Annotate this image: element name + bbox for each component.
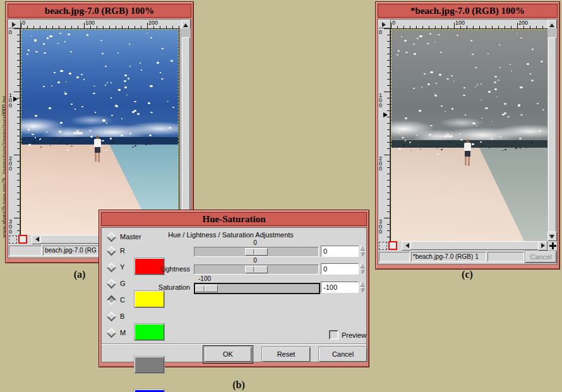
ruler-label: 100	[379, 93, 384, 108]
saturation-entry[interactable]: -100	[321, 282, 359, 293]
channel-r[interactable]: R	[107, 243, 144, 258]
window-c-statusbar: *beach.jpg-7.0 (RGB) 1 Cancel	[378, 250, 557, 264]
selection-tool-icon[interactable]	[9, 235, 17, 244]
hue-saturation-dialog: Hue-Saturation Hue / Lightness / Saturat…	[99, 210, 369, 367]
window-a-menu-button[interactable]	[8, 20, 21, 28]
ruler-label: 200	[148, 20, 158, 26]
window-c-menu-button[interactable]	[378, 20, 391, 28]
window-a-vertical-ruler: 0 100 200 300	[8, 28, 20, 235]
ruler-ticks	[384, 28, 390, 241]
lightness-slider-thumb[interactable]	[245, 266, 268, 273]
quickmask-icon[interactable]	[18, 235, 27, 244]
channel-label: B	[120, 312, 144, 320]
caption-a: (a)	[61, 269, 99, 280]
radio-icon[interactable]	[107, 246, 117, 256]
selection-tool-icon[interactable]	[379, 242, 387, 250]
channel-g[interactable]: G	[107, 276, 144, 291]
pan-navigation-icon[interactable]	[549, 242, 556, 249]
preview-option[interactable]: Preview	[329, 330, 366, 340]
vscroll-down-button[interactable]	[547, 232, 557, 241]
radio-icon[interactable]	[107, 328, 117, 338]
channel-m[interactable]: M	[107, 325, 144, 340]
saturation-spinner[interactable]: ▲▼	[360, 281, 368, 294]
lightness-slider-track[interactable]	[194, 264, 319, 275]
ok-button[interactable]: OK	[205, 347, 251, 362]
menu-triangle-icon	[382, 22, 388, 27]
ruler-label: 0	[379, 30, 384, 35]
color-swatch-blue	[135, 389, 164, 392]
reset-button[interactable]: Reset	[262, 347, 310, 362]
hscroll-right-button[interactable]	[538, 241, 547, 251]
left-arrow-icon	[403, 243, 409, 248]
radio-icon[interactable]	[107, 311, 117, 321]
status-cancel-button[interactable]: Cancel	[525, 251, 556, 263]
window-c-horizontal-ruler: 0 100 200	[391, 20, 547, 29]
ruler-label: 0	[9, 30, 14, 35]
ruler-label: 100	[85, 20, 95, 26]
vscroll-thumb[interactable]	[548, 37, 556, 232]
lightness-entry[interactable]: 0	[321, 263, 359, 275]
hue-slider-track[interactable]	[194, 247, 319, 257]
dialog-titlebar[interactable]: Hue-Saturation	[101, 212, 367, 226]
channel-b[interactable]: B	[107, 309, 144, 324]
ruler-label: 300	[9, 219, 14, 234]
channel-master[interactable]: Master	[107, 229, 144, 244]
radio-icon[interactable]	[107, 295, 117, 305]
ruler-label: 200	[518, 20, 528, 26]
channel-label: Master	[120, 233, 144, 241]
quickmask-icon[interactable]	[388, 241, 397, 250]
channel-y[interactable]: Y	[107, 259, 144, 275]
saturation-slider-thumb[interactable]	[195, 285, 218, 292]
slider-label: Lightness	[140, 265, 190, 273]
window-a-title: beach.jpg-7.0 (RGB) 100%	[45, 6, 154, 16]
slider-value-label: 0	[253, 239, 257, 246]
ok-button-focus-frame: OK	[203, 345, 253, 364]
window-c-canvas[interactable]	[390, 28, 547, 241]
ruler-label: 300	[379, 219, 384, 234]
caption-b: (b)	[220, 379, 258, 391]
hscroll-left-button[interactable]	[402, 241, 411, 251]
cancel-button[interactable]: Cancel	[319, 347, 367, 362]
down-arrow-icon	[549, 235, 554, 241]
radio-icon[interactable]	[107, 278, 117, 288]
up-arrow-icon	[549, 21, 554, 27]
status-title-field: *beach.jpg-7.0 (RGB) 1	[411, 252, 486, 262]
hue-entry[interactable]: 0	[321, 246, 359, 257]
window-c-titlebar[interactable]: *beach.jpg-7.0 (RGB) 100%	[378, 4, 558, 18]
flying-birds	[21, 29, 179, 158]
left-arrow-icon	[33, 237, 39, 242]
window-a-canvas[interactable]	[20, 28, 181, 235]
radio-icon[interactable]	[107, 232, 117, 242]
flying-birds	[391, 29, 547, 162]
status-extra-field	[487, 252, 525, 262]
vscroll-thumb[interactable]	[182, 37, 190, 226]
slider-label: Saturation	[140, 283, 190, 291]
window-a-titlebar[interactable]: beach.jpg-7.0 (RGB) 100%	[8, 4, 191, 18]
hscroll-thumb[interactable]	[410, 241, 539, 250]
channel-label: C	[120, 296, 144, 304]
ruler-label: 200	[379, 156, 384, 171]
hue-spinner[interactable]: ▲▼	[360, 245, 368, 258]
preview-checkbox[interactable]	[329, 330, 338, 340]
window-c-title: *beach.jpg-7.0 (RGB) 100%	[410, 6, 525, 16]
window-c-horizontal-scrollbar[interactable]	[402, 241, 547, 250]
hue-slider-thumb[interactable]	[245, 248, 268, 256]
saturation-slider-track[interactable]	[194, 283, 320, 294]
ruler-position-marker-icon	[13, 97, 20, 102]
color-swatch-cyan	[135, 357, 164, 373]
lightness-spinner[interactable]: ▲▼	[360, 263, 368, 275]
progress-field	[379, 252, 410, 262]
slider-value-label: 0	[253, 257, 257, 264]
window-a-vertical-scrollbar[interactable]	[181, 28, 191, 235]
ruler-label: 0	[392, 20, 395, 26]
window-a-horizontal-ruler: 0 100 200	[21, 20, 181, 29]
up-arrow-icon	[183, 21, 188, 27]
channel-c[interactable]: C	[107, 292, 144, 307]
window-c-vertical-scrollbar[interactable]	[547, 28, 557, 241]
vscroll-up-button[interactable]	[181, 20, 191, 29]
preview-label: Preview	[342, 331, 366, 339]
radio-icon[interactable]	[107, 262, 117, 272]
image-window-c: *beach.jpg-7.0 (RGB) 100% 0 100 200 0	[375, 1, 560, 270]
vscroll-up-button[interactable]	[547, 20, 557, 29]
hscroll-left-button[interactable]	[32, 235, 41, 244]
